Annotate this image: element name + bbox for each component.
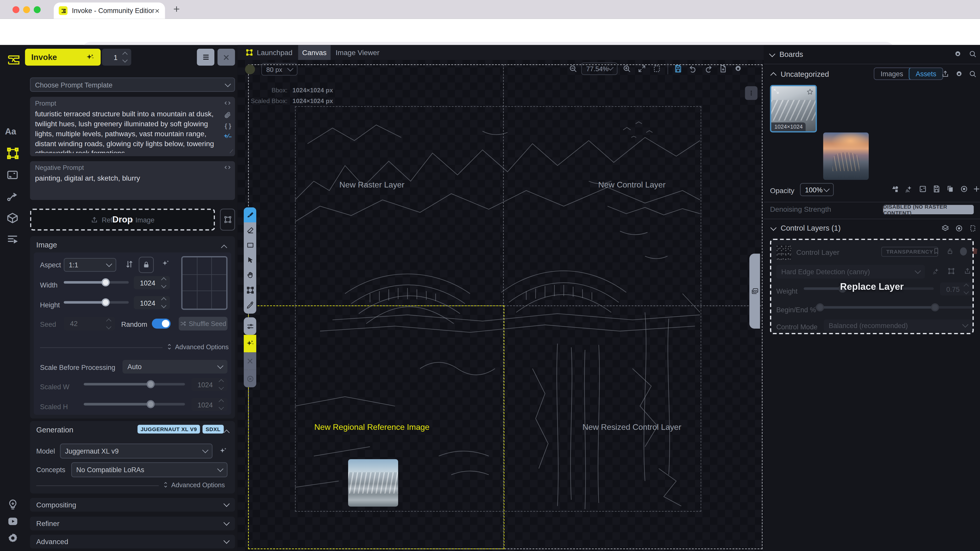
delete-layer-icon[interactable] <box>971 248 979 255</box>
width-slider[interactable] <box>64 277 129 287</box>
new-control-layer-icon[interactable] <box>905 185 913 193</box>
browser-tab[interactable]: Invoke - Community Edition <box>54 3 165 19</box>
opacity-select[interactable]: 100% <box>800 183 834 196</box>
save-layer-icon[interactable] <box>932 185 941 193</box>
new-canvas-icon[interactable] <box>719 64 727 73</box>
redo-icon[interactable] <box>704 64 713 73</box>
layers-icon[interactable] <box>941 224 950 232</box>
regional-reference-photo[interactable] <box>348 459 398 507</box>
asset-thumbnail-selected[interactable]: 1024×1024 <box>770 85 817 132</box>
open-in-viewer-icon[interactable] <box>773 88 779 94</box>
code-icon[interactable] <box>224 164 231 171</box>
zoom-level-select[interactable]: 77.54% <box>581 62 617 75</box>
control-mode-select[interactable]: Balanced (recommended) <box>824 319 973 332</box>
optimize-size-icon[interactable] <box>161 259 170 268</box>
prompt-template-select[interactable]: Choose Prompt Template <box>30 78 235 92</box>
rectangle-tool[interactable] <box>244 238 256 252</box>
canvas-viewport[interactable]: New Raster Layer New Control Layer New R… <box>238 60 764 551</box>
tab-canvas[interactable]: Canvas <box>298 45 331 60</box>
filter-select[interactable]: Hard Edge Detection (canny) <box>776 265 925 279</box>
fit-to-view-icon[interactable] <box>638 64 646 73</box>
board-header[interactable]: Uncategorized <box>771 70 829 79</box>
reference-image-dropzone[interactable]: Reference Image Drop <box>30 209 215 230</box>
canvas-menu-button[interactable] <box>745 86 757 100</box>
gallery-toggle-button[interactable] <box>749 254 760 329</box>
height-slider[interactable] <box>64 297 129 307</box>
tab-launchpad[interactable]: Launchpad <box>257 49 293 56</box>
control-layers-header[interactable]: Control Layers (1) <box>771 224 841 232</box>
compositing-section-bar[interactable]: Compositing <box>30 498 235 512</box>
duplicate-layer-icon[interactable] <box>946 185 955 193</box>
brush-color-swatch[interactable] <box>245 64 255 74</box>
control-layer-card[interactable]: Control Layer TRANSPARENCY Hard Edge Det… <box>770 239 974 334</box>
width-input[interactable]: 1024 <box>134 276 170 289</box>
fit-bbox-icon[interactable] <box>652 64 661 73</box>
bbox-tool[interactable] <box>244 283 256 297</box>
random-toggle[interactable] <box>152 319 170 329</box>
clear-queue-button[interactable] <box>218 49 235 65</box>
new-raster-layer-icon[interactable] <box>891 185 899 193</box>
bookmark-icon[interactable] <box>932 248 940 255</box>
resize-handle[interactable]: ⟋ <box>230 149 233 155</box>
concepts-select[interactable]: No Compatible LoRAs <box>71 462 228 477</box>
visibility-dot-icon[interactable] <box>960 248 967 256</box>
begin-end-slider[interactable] <box>815 302 972 312</box>
negative-prompt-textarea[interactable]: painting, digital art, sketch, blurry <box>35 174 223 197</box>
layers-bbox-icon[interactable] <box>969 224 977 232</box>
asset-thumbnail-2[interactable] <box>823 132 869 180</box>
upload-image-icon[interactable] <box>941 70 950 78</box>
layer-visibility-icon[interactable] <box>960 185 968 193</box>
add-layer-icon[interactable] <box>973 185 980 193</box>
batch-count-input[interactable]: 1 <box>102 49 131 65</box>
boards-search-icon[interactable] <box>969 50 977 58</box>
scale-select[interactable]: Auto <box>123 360 228 374</box>
pan-tool[interactable] <box>244 267 256 283</box>
aspect-select[interactable]: 1:1 <box>64 258 116 272</box>
model-select[interactable]: Juggernaut XL v9 <box>60 444 213 459</box>
tab-image-viewer[interactable]: Image Viewer <box>336 49 380 56</box>
window-minimize-button[interactable] <box>23 6 30 13</box>
tab-close-icon[interactable] <box>154 8 160 14</box>
collapse-icon[interactable] <box>221 245 227 251</box>
plus-minus-icon[interactable]: +∕₋ <box>224 132 232 139</box>
select-tool[interactable] <box>244 252 256 267</box>
boards-settings-icon[interactable] <box>954 50 962 58</box>
star-icon[interactable] <box>806 88 814 95</box>
rail-queue-icon[interactable] <box>6 233 19 245</box>
invoke-button[interactable]: Invoke <box>25 49 100 65</box>
canvas-settings-icon[interactable] <box>734 64 742 73</box>
image-advanced-options[interactable]: Advanced Options <box>166 343 228 350</box>
window-close-button[interactable] <box>13 6 19 13</box>
prompt-textarea[interactable]: futuristic terraced structure built into… <box>35 110 221 153</box>
undo-icon[interactable] <box>689 64 697 73</box>
gallery-search-icon[interactable] <box>969 70 977 78</box>
lock-icon[interactable] <box>946 248 954 255</box>
window-zoom-button[interactable] <box>34 6 41 13</box>
rail-workflows-icon[interactable] <box>6 191 19 203</box>
rail-video-icon[interactable] <box>7 515 19 527</box>
paperclip-icon[interactable] <box>224 111 231 119</box>
generation-advanced-options[interactable]: Advanced Options <box>162 481 225 489</box>
queue-menu-button[interactable] <box>197 49 215 65</box>
reference-bbox-button[interactable] <box>220 209 235 230</box>
gallery-settings-icon[interactable] <box>955 70 963 78</box>
brush-size-select[interactable]: 80 px <box>261 63 298 76</box>
height-input[interactable]: 1024 <box>134 296 170 309</box>
new-tab-button[interactable] <box>172 5 181 13</box>
rail-tips-icon[interactable] <box>7 499 19 510</box>
images-tab[interactable]: Images <box>874 68 909 79</box>
optimize-button[interactable] <box>244 335 256 353</box>
braces-icon[interactable]: { } <box>224 122 231 129</box>
lock-aspect-button[interactable] <box>139 257 154 273</box>
brush-tool[interactable] <box>244 207 256 222</box>
save-canvas-icon[interactable] <box>674 64 682 73</box>
filter-button[interactable] <box>244 318 256 335</box>
advanced-section-bar[interactable]: Advanced <box>30 535 235 548</box>
swap-dimensions-icon[interactable] <box>125 260 134 268</box>
rail-prompts-icon[interactable]: Aa <box>5 126 16 136</box>
model-sparkle-icon[interactable] <box>219 447 228 455</box>
rail-settings-icon[interactable] <box>7 532 19 545</box>
boards-header[interactable]: Boards <box>770 50 803 59</box>
refiner-section-bar[interactable]: Refiner <box>30 516 235 530</box>
eraser-tool[interactable] <box>244 222 256 238</box>
